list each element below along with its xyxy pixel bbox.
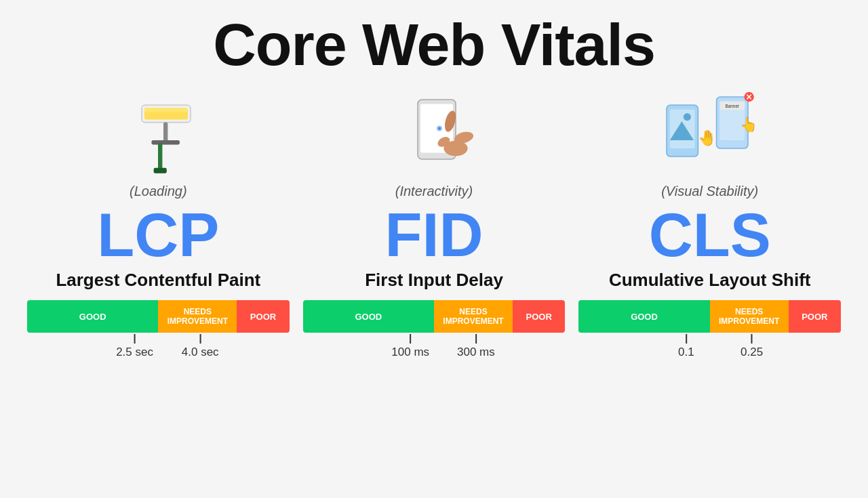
cls-markers: 0.1 0.25	[578, 334, 841, 361]
cls-marker2-line	[751, 334, 753, 344]
fid-name: First Input Delay	[365, 270, 503, 291]
lcp-marker2: 4.0 sec	[182, 334, 219, 359]
lcp-bar: GOOD NEEDS IMPROVEMENT POOR	[27, 300, 290, 333]
cls-name: Cumulative Layout Shift	[609, 270, 811, 291]
page-title: Core Web Vitals	[213, 14, 655, 76]
lcp-marker1-line	[134, 334, 136, 344]
cls-icon: Banner 🤚 👆	[642, 83, 778, 181]
cls-poor: POOR	[789, 300, 841, 333]
lcp-icon	[90, 83, 226, 181]
metric-card-fid: (Interactivity) FID First Input Delay GO…	[303, 83, 566, 361]
lcp-acronym: LCP	[97, 205, 219, 266]
svg-rect-6	[154, 168, 167, 173]
lcp-needs: NEEDS IMPROVEMENT	[158, 300, 237, 333]
fid-marker2-label: 300 ms	[457, 346, 495, 359]
svg-rect-3	[163, 122, 167, 141]
lcp-marker2-label: 4.0 sec	[182, 346, 219, 359]
cls-needs: NEEDS IMPROVEMENT	[710, 300, 789, 333]
metric-card-lcp: (Loading) LCP Largest Contentful Paint G…	[27, 83, 290, 361]
lcp-marker2-line	[199, 334, 201, 344]
svg-rect-5	[158, 143, 162, 170]
fid-marker1: 100 ms	[391, 334, 429, 359]
metric-card-cls: Banner 🤚 👆 (Visual Stability) CLS Cumula…	[578, 83, 841, 361]
cls-bar: GOOD NEEDS IMPROVEMENT POOR	[578, 300, 841, 333]
cls-good: GOOD	[578, 300, 709, 333]
fid-needs: NEEDS IMPROVEMENT	[434, 300, 513, 333]
fid-marker1-line	[410, 334, 411, 344]
fid-marker2-line	[475, 334, 477, 344]
lcp-name: Largest Contentful Paint	[56, 270, 260, 291]
fid-icon	[366, 83, 502, 181]
fid-acronym: FID	[385, 205, 484, 266]
lcp-markers: 2.5 sec 4.0 sec	[27, 334, 290, 361]
metrics-row: (Loading) LCP Largest Contentful Paint G…	[27, 83, 841, 361]
cls-marker1: 0.1	[678, 334, 694, 359]
fid-marker2: 300 ms	[457, 334, 495, 359]
cls-marker2-label: 0.25	[741, 346, 763, 359]
lcp-poor: POOR	[237, 300, 289, 333]
cls-marker1-label: 0.1	[678, 346, 694, 359]
lcp-marker1-label: 2.5 sec	[116, 346, 153, 359]
fid-markers: 100 ms 300 ms	[303, 334, 566, 361]
svg-point-14	[438, 127, 441, 129]
cls-category: (Visual Stability)	[661, 184, 758, 199]
fid-scale: GOOD NEEDS IMPROVEMENT POOR 100 ms 300 m…	[303, 300, 566, 361]
cls-marker1-line	[686, 334, 687, 344]
svg-point-18	[683, 113, 690, 121]
lcp-good: GOOD	[27, 300, 158, 333]
svg-text:Banner: Banner	[725, 104, 739, 108]
fid-marker1-label: 100 ms	[391, 346, 429, 359]
cls-acronym: CLS	[649, 205, 771, 266]
cls-scale: GOOD NEEDS IMPROVEMENT POOR 0.1 0.25	[578, 300, 841, 361]
svg-text:👆: 👆	[740, 116, 757, 133]
fid-good: GOOD	[303, 300, 434, 333]
lcp-marker1: 2.5 sec	[116, 334, 153, 359]
svg-text:🤚: 🤚	[698, 129, 717, 147]
svg-rect-4	[152, 140, 180, 144]
lcp-scale: GOOD NEEDS IMPROVEMENT POOR 2.5 sec 4.0 …	[27, 300, 290, 361]
fid-bar: GOOD NEEDS IMPROVEMENT POOR	[303, 300, 566, 333]
cls-marker2: 0.25	[741, 334, 763, 359]
fid-category: (Interactivity)	[395, 184, 473, 199]
svg-rect-2	[144, 108, 188, 112]
fid-poor: POOR	[513, 300, 565, 333]
lcp-category: (Loading)	[130, 184, 187, 199]
